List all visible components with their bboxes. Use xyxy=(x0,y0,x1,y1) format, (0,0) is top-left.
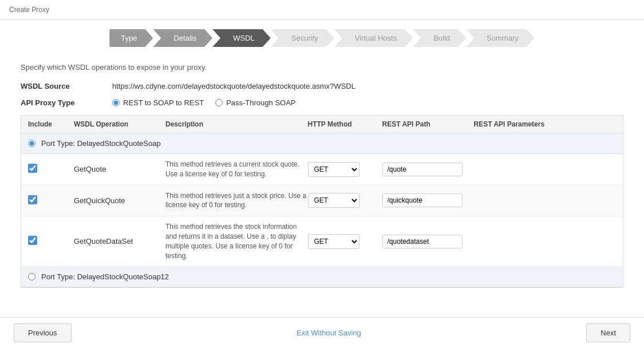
radio-passthrough-soap[interactable]: Pass-Through SOAP xyxy=(215,98,295,107)
op1-path-input[interactable] xyxy=(382,163,463,176)
port-group-soap1-radio[interactable] xyxy=(28,140,35,147)
col-header-description: Description xyxy=(165,120,308,128)
wizard-step-build[interactable]: Build xyxy=(413,29,466,47)
previous-button[interactable]: Previous xyxy=(14,323,72,342)
page-description: Specify which WSDL operations to expose … xyxy=(21,63,623,72)
op1-method-select[interactable]: GET POST PUT DELETE xyxy=(308,162,359,177)
op2-method-select[interactable]: GET POST PUT DELETE xyxy=(308,193,359,208)
next-button[interactable]: Next xyxy=(586,323,630,342)
radio-rest-soap-rest[interactable]: REST to SOAP to REST xyxy=(112,98,204,107)
wizard-step-label-security: Security xyxy=(271,29,334,47)
table-row: GetQuote This method retrieves a current… xyxy=(21,154,623,185)
radio-rest-soap-rest-label: REST to SOAP to REST xyxy=(123,98,204,107)
port-group-soap12-label: Port Type: DelayedStockQuoteSoap12 xyxy=(41,272,169,281)
wizard-step-label-virtual-hosts: Virtual Hosts xyxy=(334,29,413,47)
op1-name: GetQuote xyxy=(74,165,165,173)
app-title: Create Proxy xyxy=(9,6,49,14)
col-header-rest-path: REST API Path xyxy=(382,120,474,128)
wizard-step-label-details: Details xyxy=(153,29,212,47)
wizard-step-virtual-hosts[interactable]: Virtual Hosts xyxy=(334,29,413,47)
table-header: Include WSDL Operation Description HTTP … xyxy=(21,116,623,133)
table-row: GetQuoteDataSet This method retrieves th… xyxy=(21,216,623,267)
op3-name: GetQuoteDataSet xyxy=(74,237,165,246)
port-group-soap1-label: Port Type: DelayedStockQuoteSoap xyxy=(41,139,161,148)
wizard-step-label-wsdl: WSDL xyxy=(212,29,271,47)
wizard-steps: TypeDetailsWSDLSecurityVirtual HostsBuil… xyxy=(0,20,644,56)
proxy-type-label: API Proxy Type xyxy=(21,98,112,107)
col-header-include: Include xyxy=(28,120,74,128)
col-header-method: HTTP Method xyxy=(308,120,382,128)
port-group-soap12: Port Type: DelayedStockQuoteSoap12 xyxy=(21,267,623,287)
op2-description: This method retrieves just a stock price… xyxy=(165,191,308,211)
radio-passthrough-soap-label: Pass-Through SOAP xyxy=(226,98,295,107)
op3-description: This method retrieves the stock informat… xyxy=(165,222,308,260)
op2-checkbox[interactable] xyxy=(28,195,37,204)
op3-method-select[interactable]: GET POST PUT DELETE xyxy=(308,234,359,249)
table-row: GetQuickQuote This method retrieves just… xyxy=(21,185,623,217)
wizard-step-summary[interactable]: Summary xyxy=(466,29,535,47)
op2-name: GetQuickQuote xyxy=(74,196,165,205)
proxy-type-options: REST to SOAP to REST Pass-Through SOAP xyxy=(112,98,296,107)
wizard-step-security[interactable]: Security xyxy=(271,29,334,47)
wizard-step-label-summary: Summary xyxy=(466,29,535,47)
content-area: Specify which WSDL operations to expose … xyxy=(0,56,644,288)
op2-path-input[interactable] xyxy=(382,193,463,207)
port-group-soap1: Port Type: DelayedStockQuoteSoap xyxy=(21,133,623,154)
proxy-type-row: API Proxy Type REST to SOAP to REST Pass… xyxy=(21,98,623,107)
exit-link[interactable]: Exit Without Saving xyxy=(297,329,361,337)
radio-passthrough-soap-input[interactable] xyxy=(215,99,223,106)
wizard-step-label-type: Type xyxy=(109,29,153,47)
radio-rest-soap-rest-input[interactable] xyxy=(112,99,120,106)
wsdl-source-row: WSDL Source https://ws.cdyne.com/delayed… xyxy=(21,82,623,90)
op3-path-input[interactable] xyxy=(382,235,463,248)
wizard-step-details[interactable]: Details xyxy=(153,29,212,47)
wizard-step-wsdl[interactable]: WSDL xyxy=(212,29,271,47)
op3-checkbox[interactable] xyxy=(28,236,37,245)
col-header-operation: WSDL Operation xyxy=(74,120,165,128)
op1-checkbox[interactable] xyxy=(28,164,37,173)
col-header-rest-params: REST API Parameters xyxy=(474,120,617,128)
operations-table: Include WSDL Operation Description HTTP … xyxy=(21,115,623,288)
app-header: Create Proxy xyxy=(0,0,644,20)
port-group-soap12-radio[interactable] xyxy=(28,273,35,280)
wsdl-source-value: https://ws.cdyne.com/delayedstockquote/d… xyxy=(112,82,355,90)
wizard-step-type[interactable]: Type xyxy=(109,29,153,47)
op1-description: This method retrieves a current stock qu… xyxy=(165,160,308,179)
footer: Previous Exit Without Saving Next xyxy=(0,317,644,348)
wsdl-source-label: WSDL Source xyxy=(21,82,112,90)
wizard-step-label-build: Build xyxy=(413,29,466,47)
